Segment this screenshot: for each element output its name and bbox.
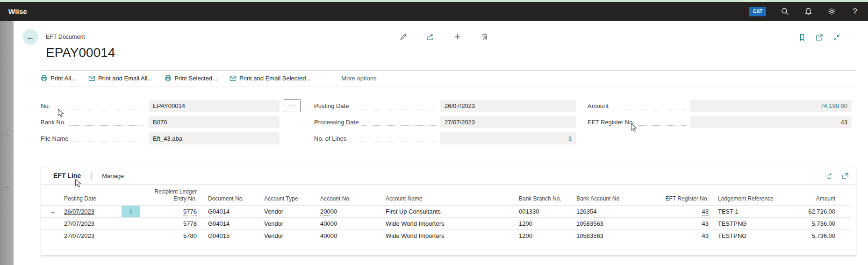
assist-edit-button[interactable]: ... xyxy=(284,99,301,112)
amount-field[interactable]: 74,198.00 xyxy=(690,100,852,112)
cell-eft-register-no[interactable]: 43 xyxy=(665,230,712,242)
edit-pencil-icon[interactable] xyxy=(398,32,409,42)
cell-recipient-ledger-entry-no[interactable]: 5780 xyxy=(140,230,203,242)
cell-lodgement-reference[interactable]: TESTPNG xyxy=(712,218,784,230)
table-header-row: Posting Date Recipient Ledger Entry No. … xyxy=(41,185,851,206)
posting-date-field[interactable]: 26/07/2023 xyxy=(440,100,576,112)
dotted-leader xyxy=(54,102,144,109)
eft-register-no-field[interactable]: 43 xyxy=(690,116,852,128)
cell-posting-date[interactable]: 26/07/2023 xyxy=(64,206,122,218)
cell-recipient-ledger-entry-no[interactable]: 5776 xyxy=(140,206,203,218)
expand-focus-mode-icon[interactable] xyxy=(841,172,849,180)
field-no: No. EPAY00014 ... xyxy=(41,100,301,112)
no-of-lines-drilldown[interactable]: 3 xyxy=(568,135,572,142)
search-icon[interactable] xyxy=(780,7,789,16)
column-bank-account-no[interactable]: Bank Account No. xyxy=(571,185,665,206)
print-selected-button[interactable]: Print Selected... xyxy=(165,75,217,82)
share-icon[interactable] xyxy=(425,32,436,42)
left-panel-divider xyxy=(3,152,10,152)
cell-account-type[interactable]: Vendor xyxy=(259,230,315,242)
column-eft-register-no[interactable]: EFT Register No. xyxy=(665,185,712,206)
cell-recipient-ledger-entry-no[interactable]: 5778 xyxy=(140,218,203,230)
share-icon[interactable] xyxy=(825,172,833,180)
amount-drilldown[interactable]: 74,198.00 xyxy=(820,102,847,109)
more-options-button[interactable]: More options xyxy=(341,75,376,82)
cell-posting-date[interactable]: 27/07/2023 xyxy=(64,230,122,242)
cell-eft-register-no[interactable]: 43 xyxy=(665,218,712,230)
help-icon[interactable]: ? xyxy=(850,7,860,16)
open-in-new-window-icon[interactable] xyxy=(815,33,824,42)
cell-account-name[interactable]: Wide World Importers xyxy=(380,230,514,242)
card-tools xyxy=(825,172,849,180)
print-and-email-selected-button[interactable]: Print and Email Selected... xyxy=(230,75,311,82)
column-recipient-ledger-entry-no[interactable]: Recipient Ledger Entry No. xyxy=(140,185,203,206)
row-menu-icon[interactable]: ⋮ xyxy=(128,208,134,215)
back-button[interactable]: ← xyxy=(22,29,38,45)
cell-bank-branch-no[interactable]: 1200 xyxy=(514,230,571,242)
printer-icon xyxy=(41,75,48,82)
delete-trash-icon[interactable] xyxy=(480,32,490,42)
eft-line-table: Posting Date Recipient Ledger Entry No. … xyxy=(41,185,851,242)
cell-document-no[interactable]: G04014 xyxy=(203,206,259,218)
no-of-lines-field[interactable]: 3 xyxy=(440,132,576,144)
cell-account-type[interactable]: Vendor xyxy=(259,218,315,230)
cell-account-type[interactable]: Vendor xyxy=(259,206,315,218)
cell-eft-register-no[interactable]: 43 xyxy=(665,206,712,218)
notifications-bell-icon[interactable] xyxy=(803,7,813,16)
cell-bank-branch-no[interactable]: 1200 xyxy=(514,218,571,230)
column-bank-branch-no[interactable]: Bank Branch No. xyxy=(514,185,571,206)
column-account-no[interactable]: Account No. xyxy=(315,185,380,206)
column-posting-date[interactable]: Posting Date xyxy=(64,185,122,206)
cell-document-no[interactable]: G04015 xyxy=(203,230,259,242)
cell-posting-date[interactable]: 27/07/2023 xyxy=(64,218,122,230)
collapse-icon[interactable] xyxy=(832,33,841,42)
print-all-button[interactable]: Print All... xyxy=(41,75,76,82)
processing-date-field[interactable]: 27/07/2023 xyxy=(440,116,576,128)
cell-lodgement-reference[interactable]: TESTPNG xyxy=(712,230,784,242)
column-lodgement-reference[interactable]: Lodgement Reference xyxy=(712,185,784,206)
cell-account-no[interactable]: 40000 xyxy=(315,218,380,230)
new-plus-icon[interactable]: + xyxy=(452,32,463,42)
cell-bank-account-no[interactable]: 126354 xyxy=(571,206,665,218)
top-navigation-bar: Wiise CAT ? xyxy=(0,2,868,21)
cell-row-menu[interactable] xyxy=(122,230,140,242)
tab-eft-line[interactable]: EFT Line xyxy=(48,172,86,179)
cell-lodgement-reference[interactable]: TEST 1 xyxy=(712,206,784,218)
no-field[interactable]: EPAY00014 xyxy=(149,100,280,112)
cell-account-no[interactable]: 20000 xyxy=(315,206,380,218)
print-email-icon xyxy=(88,75,95,82)
cell-row-menu[interactable]: ⋮ xyxy=(122,206,140,218)
cell-account-name[interactable]: First Up Consultants xyxy=(380,206,514,218)
cell-bank-account-no[interactable]: 10583563 xyxy=(571,218,665,230)
cell-document-no[interactable]: G04014 xyxy=(203,218,259,230)
left-panel-divider xyxy=(3,135,10,136)
cell-account-no[interactable]: 40000 xyxy=(315,230,380,242)
table-row[interactable]: 27/07/2023 5778 G04014 Vendor 40000 Wide… xyxy=(41,218,851,230)
column-amount[interactable]: Amount xyxy=(784,185,851,206)
settings-gear-icon[interactable] xyxy=(827,7,836,16)
column-document-no[interactable]: Document No. xyxy=(203,185,259,206)
file-name-field[interactable]: Eft_43.aba xyxy=(149,132,280,144)
print-and-email-all-button[interactable]: Print and Email All... xyxy=(88,75,152,82)
topbar-actions: CAT ? xyxy=(749,7,860,16)
cell-amount[interactable]: 5,736.00 xyxy=(784,218,851,230)
dotted-leader xyxy=(350,135,436,142)
app-brand[interactable]: Wiise xyxy=(8,7,27,15)
manage-menu[interactable]: Manage xyxy=(96,172,129,179)
table-row[interactable]: 27/07/2023 5780 G04015 Vendor 40000 Wide… xyxy=(41,230,851,242)
cell-bank-branch-no[interactable]: 001330 xyxy=(514,206,571,218)
environment-badge[interactable]: CAT xyxy=(749,7,766,16)
cell-row-menu[interactable] xyxy=(122,218,140,230)
column-account-type[interactable]: Account Type xyxy=(259,185,315,206)
cell-amount[interactable]: 5,736.00 xyxy=(784,230,851,242)
bookmark-icon[interactable] xyxy=(797,33,807,42)
field-processing-date: Processing Date 27/07/2023 xyxy=(314,116,576,128)
cell-amount[interactable]: 62,726.00 xyxy=(784,206,851,218)
cell-bank-account-no[interactable]: 10583563 xyxy=(571,230,665,242)
table-row-selected[interactable]: → 26/07/2023 ⋮ 5776 G04014 Vendor 20000 … xyxy=(41,206,851,218)
column-account-name[interactable]: Account Name xyxy=(380,185,514,206)
bank-no-field[interactable]: B070 xyxy=(149,116,280,128)
back-arrow-icon: ← xyxy=(26,33,35,41)
dotted-leader xyxy=(72,135,144,142)
cell-account-name[interactable]: Wide World Importers xyxy=(380,218,514,230)
